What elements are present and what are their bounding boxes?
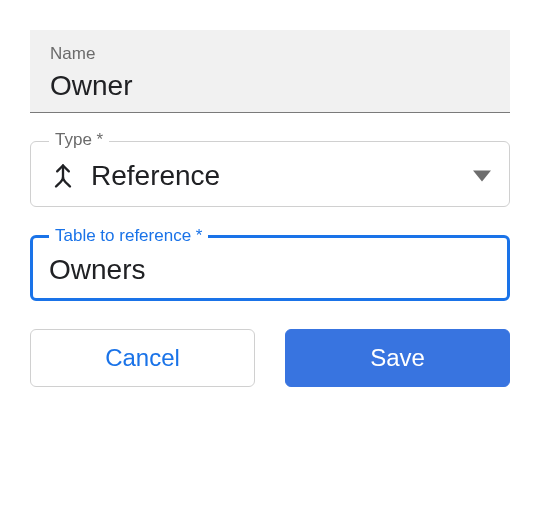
table-reference-field[interactable]: Table to reference *	[30, 235, 510, 301]
save-button[interactable]: Save	[285, 329, 510, 387]
name-field[interactable]: Name	[30, 30, 510, 113]
button-row: Cancel Save	[30, 329, 510, 387]
cancel-button[interactable]: Cancel	[30, 329, 255, 387]
table-reference-label: Table to reference *	[49, 227, 208, 244]
name-label: Name	[50, 44, 490, 64]
table-reference-input[interactable]	[49, 254, 491, 286]
name-input[interactable]	[50, 70, 490, 102]
chevron-down-icon	[473, 167, 491, 185]
type-value: Reference	[91, 160, 459, 192]
type-field[interactable]: Type * Reference	[30, 141, 510, 207]
merge-icon	[49, 162, 77, 190]
type-label: Type *	[49, 131, 109, 148]
column-edit-form: Name Type * Reference Table to reference…	[30, 30, 510, 387]
